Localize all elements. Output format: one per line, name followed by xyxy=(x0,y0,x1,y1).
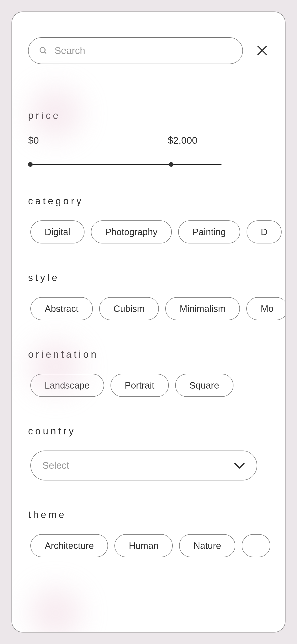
category-chips: Digital Photography Painting D xyxy=(30,220,269,244)
country-select[interactable]: Select xyxy=(30,450,257,480)
style-section: style Abstract Cubism Minimalism Mo xyxy=(28,272,269,320)
section-label-category: category xyxy=(28,196,269,206)
chip-theme[interactable]: Human xyxy=(114,534,173,557)
slider-line xyxy=(28,164,222,165)
theme-chips: Architecture Human Nature xyxy=(30,534,269,557)
orientation-section: orientation Landscape Portrait Square xyxy=(28,349,269,397)
chip-style[interactable]: Mo xyxy=(246,297,286,320)
section-label-orientation: orientation xyxy=(28,349,269,360)
price-min: $0 xyxy=(28,135,39,146)
chip-category[interactable]: Digital xyxy=(30,220,84,244)
price-section: price $0 $2,000 xyxy=(28,110,269,167)
svg-line-1 xyxy=(44,52,46,54)
theme-section: theme Architecture Human Nature xyxy=(28,509,269,557)
category-section: category Digital Photography Painting D xyxy=(28,196,269,244)
chip-theme[interactable] xyxy=(242,534,270,557)
slider-handle-max[interactable] xyxy=(169,162,174,167)
style-chips: Abstract Cubism Minimalism Mo xyxy=(30,297,269,320)
filter-panel: price $0 $2,000 category Digital Photogr… xyxy=(12,12,286,632)
chip-category[interactable]: Painting xyxy=(178,220,240,244)
decorative-glow xyxy=(30,588,81,632)
chip-orientation[interactable]: Landscape xyxy=(30,374,104,397)
section-label-theme: theme xyxy=(28,509,269,520)
close-button[interactable] xyxy=(256,44,269,58)
chip-category[interactable]: D xyxy=(246,220,282,244)
slider-handle-min[interactable] xyxy=(28,162,33,167)
price-values: $0 $2,000 xyxy=(28,135,269,146)
price-slider[interactable] xyxy=(28,162,222,167)
chip-category[interactable]: Photography xyxy=(91,220,172,244)
section-label-style: style xyxy=(28,272,269,283)
header-row xyxy=(28,37,269,64)
chip-orientation[interactable]: Portrait xyxy=(110,374,169,397)
chip-style[interactable]: Abstract xyxy=(30,297,93,320)
orientation-chips: Landscape Portrait Square xyxy=(30,374,269,397)
chip-theme[interactable]: Nature xyxy=(179,534,235,557)
chip-style[interactable]: Cubism xyxy=(99,297,159,320)
section-label-price: price xyxy=(28,110,269,121)
close-icon xyxy=(256,44,269,57)
chevron-down-icon xyxy=(234,462,245,469)
chip-theme[interactable]: Architecture xyxy=(30,534,108,557)
country-select-placeholder: Select xyxy=(42,460,69,471)
country-section: country Select xyxy=(28,426,269,480)
chip-style[interactable]: Minimalism xyxy=(165,297,240,320)
search-field[interactable] xyxy=(28,37,243,64)
price-max: $2,000 xyxy=(168,135,197,146)
search-icon xyxy=(39,46,48,55)
chip-orientation[interactable]: Square xyxy=(175,374,234,397)
section-label-country: country xyxy=(28,426,269,437)
svg-point-0 xyxy=(40,48,45,52)
search-input[interactable] xyxy=(54,45,232,56)
